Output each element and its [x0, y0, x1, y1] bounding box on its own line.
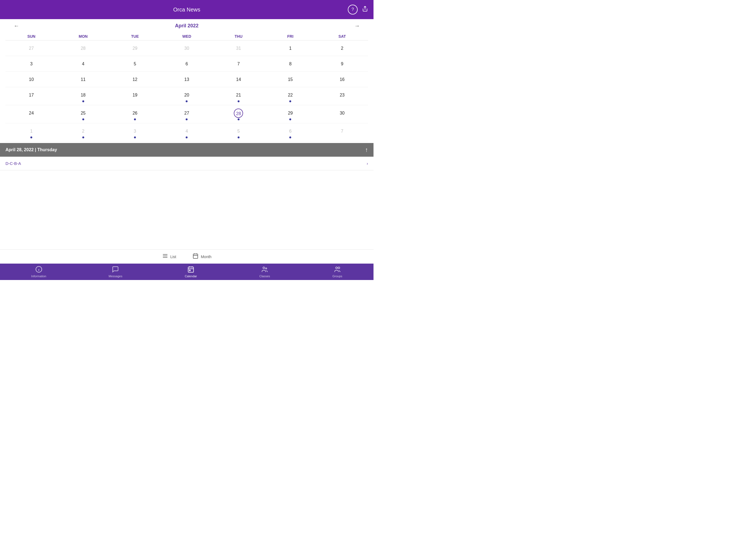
nav-item-messages[interactable]: Messages: [108, 266, 122, 278]
day-number: 6: [286, 127, 295, 136]
calendar-day-cell[interactable]: 28: [57, 41, 109, 56]
help-button[interactable]: ?: [348, 5, 358, 15]
event-dot: [186, 100, 187, 102]
calendar-day-cell[interactable]: 23: [316, 87, 368, 105]
list-view-button[interactable]: List: [162, 253, 176, 260]
calendar-day-cell[interactable]: 6: [161, 56, 212, 72]
calendar-day-cell[interactable]: 9: [316, 56, 368, 72]
day-number: 1: [27, 127, 36, 136]
calendar-day-cell[interactable]: 24: [5, 105, 57, 123]
chevron-right-icon: ›: [367, 161, 368, 166]
nav-label-information: Information: [31, 275, 46, 278]
day-header: FRI: [264, 32, 316, 41]
day-number: 31: [234, 44, 243, 53]
day-header: SUN: [5, 32, 57, 41]
day-number: 10: [27, 75, 36, 84]
header-title: Orca News: [173, 6, 200, 13]
calendar-day-cell[interactable]: 12: [109, 72, 161, 87]
event-dot: [82, 100, 84, 102]
calendar-day-cell[interactable]: 20: [161, 87, 212, 105]
day-number: 2: [337, 44, 347, 53]
list-view-label: List: [170, 255, 176, 259]
event-dot: [238, 136, 239, 138]
header-actions: ?: [348, 5, 368, 15]
calendar-day-cell[interactable]: 7: [316, 123, 368, 142]
nav-item-calendar[interactable]: Calendar: [185, 266, 197, 278]
nav-item-classes[interactable]: Classes: [259, 266, 270, 278]
nav-item-groups[interactable]: Groups: [333, 266, 342, 278]
calendar-day-cell[interactable]: 21: [213, 87, 264, 105]
svg-point-19: [338, 267, 340, 269]
prev-month-button[interactable]: ←: [11, 22, 22, 30]
calendar-day-cell[interactable]: 3: [109, 123, 161, 142]
selected-date-bar: April 28, 2022 | Thursday ↑: [0, 143, 374, 157]
calendar-day-cell[interactable]: 29: [109, 41, 161, 56]
next-month-button[interactable]: →: [352, 22, 363, 30]
calendar-day-cell[interactable]: 22: [264, 87, 316, 105]
calendar-day-cell[interactable]: 27: [161, 105, 212, 123]
calendar-day-cell[interactable]: 14: [213, 72, 264, 87]
event-list-item[interactable]: D-C-B-A›: [0, 157, 374, 170]
day-number: 19: [130, 91, 140, 100]
calendar-day-cell[interactable]: 29: [264, 105, 316, 123]
calendar-day-cell[interactable]: 30: [316, 105, 368, 123]
calendar-day-cell[interactable]: 18: [57, 87, 109, 105]
day-number: 14: [234, 75, 243, 84]
day-header: TUE: [109, 32, 161, 41]
calendar-day-cell[interactable]: 6: [264, 123, 316, 142]
calendar-day-cell[interactable]: 15: [264, 72, 316, 87]
calendar-day-cell[interactable]: 30: [161, 41, 212, 56]
bottom-nav: InformationMessagesCalendarClassesGroups: [0, 263, 374, 280]
month-view-button[interactable]: Month: [192, 253, 211, 260]
day-number: 13: [182, 75, 191, 84]
event-dot: [82, 136, 84, 138]
day-number: 17: [27, 91, 36, 100]
day-number: 5: [234, 127, 243, 136]
day-number: 29: [130, 44, 140, 53]
day-number: 23: [337, 91, 347, 100]
calendar-day-cell[interactable]: 7: [213, 56, 264, 72]
svg-point-17: [265, 268, 266, 269]
calendar-day-cell[interactable]: 13: [161, 72, 212, 87]
day-number: 30: [182, 44, 191, 53]
day-number: 26: [130, 108, 140, 118]
calendar-icon: [187, 266, 195, 274]
calendar-day-cell[interactable]: 19: [109, 87, 161, 105]
svg-point-16: [263, 267, 265, 269]
day-number: 8: [286, 59, 295, 69]
day-number: 28: [78, 44, 88, 53]
day-header: MON: [57, 32, 109, 41]
calendar-day-cell[interactable]: 17: [5, 87, 57, 105]
day-number: 25: [78, 108, 88, 118]
calendar-day-cell[interactable]: 31: [213, 41, 264, 56]
calendar-day-cell[interactable]: 2: [316, 41, 368, 56]
event-dot: [289, 100, 291, 102]
calendar-day-cell[interactable]: 27: [5, 41, 57, 56]
calendar-day-cell[interactable]: 3: [5, 56, 57, 72]
day-number: 30: [337, 108, 347, 118]
calendar-day-cell[interactable]: 5: [109, 56, 161, 72]
information-icon: [35, 266, 42, 274]
calendar-day-cell[interactable]: 5: [213, 123, 264, 142]
calendar-day-cell[interactable]: 4: [161, 123, 212, 142]
day-number: 28: [234, 108, 243, 118]
calendar-day-cell[interactable]: 4: [57, 56, 109, 72]
calendar-day-cell[interactable]: 10: [5, 72, 57, 87]
month-title: April 2022: [175, 23, 199, 29]
calendar-day-cell[interactable]: 11: [57, 72, 109, 87]
calendar-day-cell[interactable]: 2: [57, 123, 109, 142]
calendar-day-cell[interactable]: 16: [316, 72, 368, 87]
event-dot: [134, 119, 136, 120]
calendar-day-cell[interactable]: 28: [213, 105, 264, 123]
day-number: 15: [286, 75, 295, 84]
day-number: 20: [182, 91, 191, 100]
event-dot: [289, 136, 291, 138]
calendar-day-cell[interactable]: 8: [264, 56, 316, 72]
calendar-day-cell[interactable]: 25: [57, 105, 109, 123]
calendar-day-cell[interactable]: 26: [109, 105, 161, 123]
calendar-day-cell[interactable]: 1: [264, 41, 316, 56]
share-button[interactable]: [362, 6, 368, 14]
nav-item-information[interactable]: Information: [31, 266, 46, 278]
scroll-up-button[interactable]: ↑: [365, 146, 368, 153]
calendar-day-cell[interactable]: 1: [5, 123, 57, 142]
